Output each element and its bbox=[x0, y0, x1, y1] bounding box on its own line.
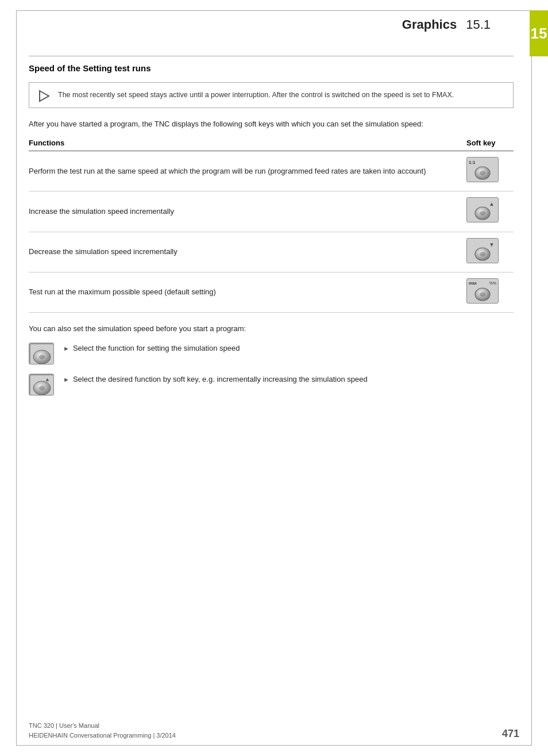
header-rule bbox=[29, 56, 514, 56]
bullet-text-2: Select the desired function by soft key,… bbox=[73, 374, 368, 385]
page-border-right bbox=[531, 10, 532, 746]
col-softkey-header: Soft key bbox=[462, 135, 514, 151]
arrow-indicator-icon-2: ► bbox=[63, 375, 70, 385]
table-row: Decrease the simulation speed incrementa… bbox=[29, 232, 514, 272]
svg-point-8 bbox=[480, 292, 485, 297]
section-heading: Speed of the Setting test runs bbox=[29, 63, 514, 73]
table-row: Increase the simulation speed incrementa… bbox=[29, 191, 514, 232]
softkey-cell: max %% bbox=[462, 272, 514, 312]
main-content: Speed of the Setting test runs The most … bbox=[29, 63, 514, 405]
knob-svg-max bbox=[474, 286, 491, 301]
svg-point-11 bbox=[39, 355, 45, 359]
softkey-increase-button: ▲ bbox=[466, 197, 499, 222]
functions-table: Functions Soft key Perform the test run … bbox=[29, 135, 514, 313]
knob-svg bbox=[474, 165, 491, 180]
table-row: Test run at the maximum possible speed (… bbox=[29, 272, 514, 312]
intro-text: After you have started a program, the TN… bbox=[29, 118, 514, 130]
bullet-icon-1 bbox=[29, 343, 54, 364]
bullet-item-1: ► Select the function for setting the si… bbox=[29, 343, 514, 364]
softkey-1to1-button: 1:1 bbox=[466, 157, 499, 182]
knob-svg-decrease bbox=[474, 246, 491, 261]
svg-point-6 bbox=[480, 252, 485, 256]
footer-line1: TNC 320 | User's Manual bbox=[29, 721, 176, 731]
function-cell: Decrease the simulation speed incrementa… bbox=[29, 232, 462, 272]
softkey-increase-knob: ▲ bbox=[29, 374, 54, 396]
page-border-top bbox=[16, 10, 532, 11]
svg-text:▲: ▲ bbox=[45, 377, 50, 382]
page-border-left bbox=[16, 10, 17, 746]
softkey-cell: ▼ bbox=[462, 232, 514, 272]
function-cell: Test run at the maximum possible speed (… bbox=[29, 272, 462, 312]
btn-label-pct: %% bbox=[489, 281, 496, 286]
knob-increase-svg: ▲ bbox=[29, 374, 54, 396]
page-header: Graphics 15.1 bbox=[29, 17, 519, 32]
knob-svg-increase bbox=[474, 205, 491, 220]
function-cell: Increase the simulation speed incrementa… bbox=[29, 191, 462, 232]
also-text: You can also set the simulation speed be… bbox=[29, 323, 514, 335]
chapter-tab: 15 bbox=[530, 10, 548, 56]
header-title: Graphics bbox=[402, 17, 457, 32]
header-section: 15.1 bbox=[466, 17, 491, 32]
footer-left: TNC 320 | User's Manual HEIDENHAIN Conve… bbox=[29, 721, 176, 740]
bullet-item-2: ▲ ► Select the desired function by soft … bbox=[29, 374, 514, 396]
svg-point-2 bbox=[480, 171, 485, 175]
softkey-decrease-button: ▼ bbox=[466, 238, 499, 263]
softkey-cell: 1:1 bbox=[462, 151, 514, 191]
softkey-plain-knob bbox=[29, 343, 54, 364]
svg-marker-0 bbox=[40, 91, 49, 101]
page-footer: TNC 320 | User's Manual HEIDENHAIN Conve… bbox=[29, 721, 519, 740]
bullet-content-2: ► Select the desired function by soft ke… bbox=[63, 374, 368, 385]
notice-text: The most recently set speed stays active… bbox=[58, 90, 505, 101]
page-border-bottom bbox=[16, 745, 532, 746]
bullet-icon-2: ▲ bbox=[29, 374, 54, 396]
svg-point-15 bbox=[39, 386, 45, 390]
knob-plain-svg bbox=[29, 343, 54, 364]
bullet-content-1: ► Select the function for setting the si… bbox=[63, 343, 240, 354]
svg-point-4 bbox=[480, 211, 485, 216]
bullet-text-1: Select the function for setting the simu… bbox=[73, 343, 240, 354]
function-cell: Perform the test run at the same speed a… bbox=[29, 151, 462, 191]
bullet-arrow-2: ► Select the desired function by soft ke… bbox=[63, 374, 368, 385]
footer-page-number: 471 bbox=[502, 728, 519, 740]
notice-arrow-icon bbox=[37, 90, 51, 102]
arrow-indicator-icon: ► bbox=[63, 344, 70, 354]
notice-box: The most recently set speed stays active… bbox=[29, 82, 514, 108]
btn-label-max: max bbox=[469, 281, 477, 286]
table-row: Perform the test run at the same speed a… bbox=[29, 151, 514, 191]
bullet-arrow-1: ► Select the function for setting the si… bbox=[63, 343, 240, 354]
chapter-number: 15 bbox=[531, 25, 547, 43]
softkey-max-button: max %% bbox=[466, 278, 499, 304]
softkey-cell: ▲ bbox=[462, 191, 514, 232]
col-functions-header: Functions bbox=[29, 135, 462, 151]
footer-line2: HEIDENHAIN Conversational Programming | … bbox=[29, 731, 176, 740]
